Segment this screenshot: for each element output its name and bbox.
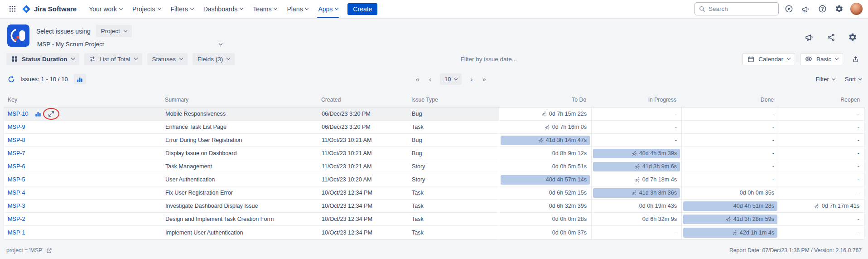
table-row-msp-10[interactable]: MSP-10Mobile Responsiveness06/Dec/23 3:2… [4,108,864,121]
table-row-msp-7[interactable]: MSP-7Display Issue on Dashboard11/Oct/23… [4,147,864,160]
project-select[interactable]: MSP - My Scrum Project [36,40,223,48]
issue-source-select[interactable]: Project [96,25,132,37]
calendar-select[interactable]: Calendar [743,53,795,65]
column-header-summary[interactable]: Summary [161,95,318,107]
feedback-megaphone-icon[interactable] [799,2,812,16]
duration-value: 41d 3h 8m 36s [632,190,677,196]
nav-item-teams[interactable]: Teams [248,0,282,18]
issue-key-link[interactable]: MSP-9 [8,124,25,130]
nav-item-dashboards[interactable]: Dashboards [198,0,248,18]
issue-key-link[interactable]: MSP-7 [8,150,25,156]
discover-icon[interactable] [782,2,796,16]
report-type-select[interactable]: Status Duration [6,53,79,65]
duration-value: - [675,230,677,236]
column-header-in-progress[interactable]: In Progress [591,95,681,107]
issue-key-link[interactable]: MSP-2 [8,216,25,222]
first-page-button[interactable]: « [415,76,420,83]
duration-cell-to-do: 0d 8h 9m 12s [499,147,591,160]
last-page-button[interactable]: » [481,76,487,83]
table-row-msp-2[interactable]: MSP-2Design and Implement Task Creation … [4,213,864,226]
nav-item-label: Plans [287,5,303,13]
jira-logo-icon [22,5,31,14]
issue-key-link[interactable]: MSP-5 [8,176,25,183]
statuses-select[interactable]: Statuses [147,53,188,65]
duration-value: - [858,137,859,143]
issue-type: Bug [408,134,499,147]
duration-value: 0d 6h 32m 39s [549,203,587,209]
page-size-select[interactable]: 10 [440,73,462,85]
chevron-down-icon [305,6,309,10]
column-header-key[interactable]: Key [4,95,161,107]
calculation-select[interactable]: List of Total [84,53,142,65]
current-status-runner-icon [732,230,738,235]
settings-gear-icon[interactable] [832,2,846,16]
issue-key-link[interactable]: MSP-3 [8,203,25,209]
duration-value: 0d 0h 0m 37s [552,230,587,236]
refresh-icon[interactable] [6,74,16,84]
announcement-icon[interactable] [804,32,815,43]
global-search[interactable] [694,2,779,15]
fields-select[interactable]: Fields (3) [193,53,235,65]
app-switcher-button[interactable] [5,2,19,16]
table-row-msp-9[interactable]: MSP-9Enhance Task List Page06/Dec/23 3:2… [4,121,864,134]
jira-home-link[interactable]: Jira Software [22,5,77,14]
nav-item-label: Your work [89,5,117,13]
sort-menu[interactable]: Sort [845,76,862,83]
nav-item-filters[interactable]: Filters [166,0,198,18]
duration-value: - [772,111,774,117]
row-expand-icon[interactable] [48,110,55,117]
duration-cell-reopen: 0d 7h 17m 41s [779,200,864,212]
column-header-created[interactable]: Created [318,95,408,107]
search-input[interactable] [709,5,774,12]
table-row-msp-6[interactable]: MSP-6Task Management11/Oct/23 10:21 AMSt… [4,160,864,173]
row-bar-chart-icon[interactable] [34,110,42,117]
issue-key-link[interactable]: MSP-1 [8,230,25,236]
export-icon[interactable] [849,53,862,65]
table-row-msp-8[interactable]: MSP-8Error During User Registration11/Oc… [4,134,864,147]
issue-key-link[interactable]: MSP-6 [8,163,25,170]
view-mode-select[interactable]: Basic [800,53,843,65]
key-cell: MSP-5 [4,173,162,186]
page-size-value: 10 [444,76,451,83]
issue-key-link[interactable]: MSP-8 [8,137,25,143]
issue-date-filter-input[interactable] [421,56,557,63]
create-button[interactable]: Create [347,3,377,15]
app-header: Select issues using Project MSP - My Scr… [0,18,868,49]
issue-key-link[interactable]: MSP-10 [8,111,29,117]
column-header-to-do[interactable]: To Do [498,95,591,107]
nav-item-projects[interactable]: Projects [127,0,166,18]
app-settings-gear-icon[interactable] [847,32,858,43]
help-icon[interactable] [815,2,829,16]
chevron-down-icon [227,56,230,60]
duration-cell-in-progress: 40d 4h 5m 39s [591,147,681,160]
filter-menu[interactable]: Filter [816,76,835,83]
column-header-done[interactable]: Done [681,95,778,107]
table-row-msp-3[interactable]: MSP-3Investigate Dashboard Display Issue… [4,200,864,213]
user-avatar[interactable] [850,3,863,15]
key-cell: MSP-6 [4,160,162,173]
issue-type: Task [408,226,499,239]
share-icon[interactable] [825,32,836,43]
chart-view-button[interactable] [74,74,86,84]
jql-query-link[interactable]: project = 'MSP' [6,247,52,254]
issue-type: Bug [408,147,499,160]
current-status-runner-icon [541,111,547,117]
duration-value: 0d 7h 16m 0s [545,124,587,130]
nav-item-your-work[interactable]: Your work [84,0,127,18]
nav-item-plans[interactable]: Plans [282,0,313,18]
issue-type: Task [408,186,499,199]
chevron-down-icon [787,56,791,60]
duration-cell-reopen: - [779,160,864,173]
duration-cell-done: - [681,108,779,120]
chevron-down-icon [454,76,458,80]
next-page-button[interactable]: › [469,76,473,83]
nav-item-apps[interactable]: Apps [313,0,343,18]
table-row-msp-4[interactable]: MSP-4Fix User Registration Error10/Oct/2… [4,186,864,200]
issue-type: Task [408,121,499,133]
issue-key-link[interactable]: MSP-4 [8,190,25,196]
table-row-msp-5[interactable]: MSP-5User Authentication11/Oct/23 10:20 … [4,173,864,186]
prev-page-button[interactable]: ‹ [428,76,432,83]
column-header-reopen[interactable]: Reopen [778,95,864,107]
table-row-msp-1[interactable]: MSP-1Implement User Authentication10/Oct… [4,226,864,239]
column-header-issue-type[interactable]: Issue Type [408,95,498,107]
